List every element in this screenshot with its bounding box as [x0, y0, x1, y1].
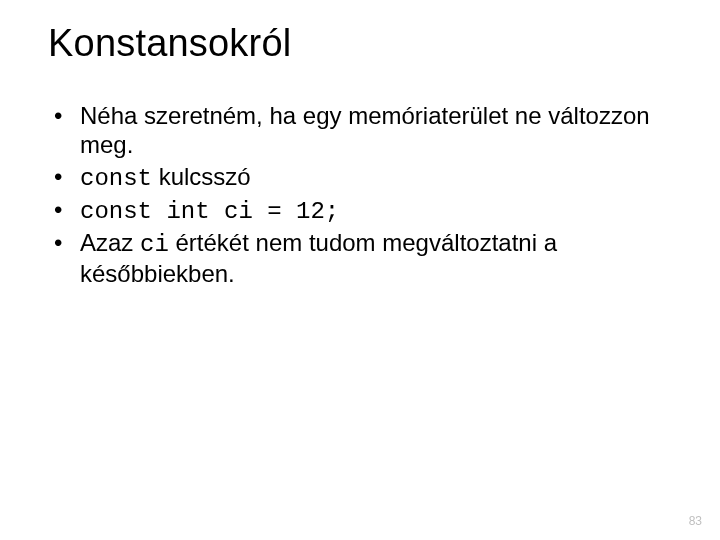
slide: Konstansokról Néha szeretném, ha egy mem… [0, 0, 720, 540]
bullet-item: const kulcsszó [54, 162, 672, 193]
page-number: 83 [689, 514, 702, 528]
slide-title: Konstansokról [48, 22, 672, 65]
code-line: const int ci = 12; [80, 198, 339, 225]
bullet-item: Néha szeretném, ha egy memóriaterület ne… [54, 101, 672, 160]
code-identifier: ci [140, 231, 169, 258]
bullet-list: Néha szeretném, ha egy memóriaterület ne… [54, 101, 672, 289]
bullet-text: Néha szeretném, ha egy memóriaterület ne… [80, 102, 650, 158]
code-keyword: const [80, 165, 152, 192]
bullet-text: Azaz [80, 229, 140, 256]
bullet-item: Azaz ci értékét nem tudom megváltoztatni… [54, 228, 672, 289]
bullet-item: const int ci = 12; [54, 195, 672, 226]
bullet-text: kulcsszó [152, 163, 251, 190]
